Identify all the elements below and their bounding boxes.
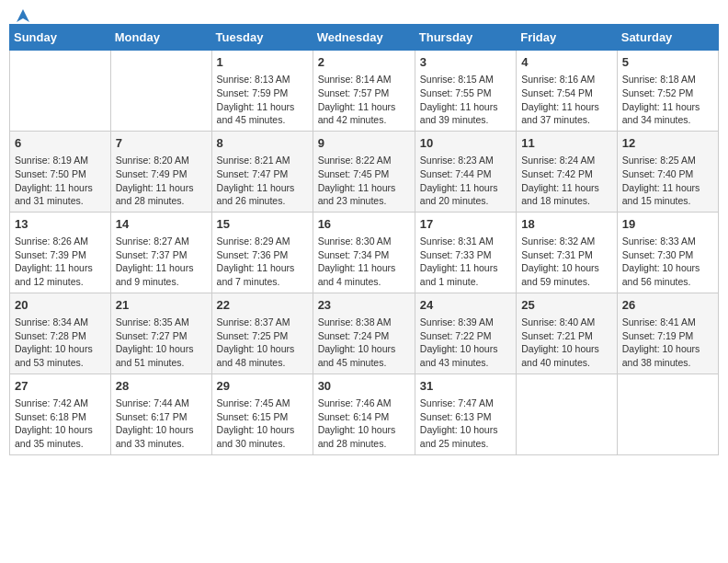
day-info: Daylight: 10 hours and 28 minutes. bbox=[318, 423, 410, 450]
calendar-cell: 7Sunrise: 8:20 AMSunset: 7:49 PMDaylight… bbox=[110, 131, 211, 212]
day-info: Sunrise: 8:38 AM bbox=[318, 316, 410, 329]
day-info: Daylight: 10 hours and 51 minutes. bbox=[116, 342, 207, 369]
calendar-week-3: 13Sunrise: 8:26 AMSunset: 7:39 PMDayligh… bbox=[10, 212, 719, 293]
day-number: 11 bbox=[521, 135, 612, 152]
day-info: Daylight: 11 hours and 34 minutes. bbox=[622, 100, 713, 127]
day-info: Sunrise: 8:26 AM bbox=[15, 235, 106, 248]
day-info: Sunrise: 8:21 AM bbox=[217, 154, 308, 167]
day-number: 12 bbox=[622, 135, 713, 152]
day-number: 5 bbox=[622, 54, 713, 71]
day-info: Daylight: 10 hours and 38 minutes. bbox=[622, 342, 713, 369]
calendar-header-monday: Monday bbox=[110, 25, 211, 51]
day-info: Sunset: 7:22 PM bbox=[420, 329, 511, 343]
day-number: 21 bbox=[116, 297, 207, 314]
day-info: Daylight: 11 hours and 39 minutes. bbox=[420, 100, 511, 127]
day-info: Sunrise: 8:19 AM bbox=[15, 154, 106, 167]
day-info: Daylight: 11 hours and 28 minutes. bbox=[116, 181, 207, 208]
day-number: 29 bbox=[217, 378, 308, 395]
day-info: Sunrise: 8:16 AM bbox=[521, 73, 612, 86]
calendar-cell: 16Sunrise: 8:30 AMSunset: 7:34 PMDayligh… bbox=[313, 212, 415, 293]
calendar-cell: 19Sunrise: 8:33 AMSunset: 7:30 PMDayligh… bbox=[617, 212, 718, 293]
day-info: Sunrise: 8:31 AM bbox=[420, 235, 511, 248]
calendar-header-thursday: Thursday bbox=[415, 25, 516, 51]
calendar-cell: 10Sunrise: 8:23 AMSunset: 7:44 PMDayligh… bbox=[415, 131, 516, 212]
day-info: Sunrise: 8:34 AM bbox=[15, 316, 106, 329]
day-info: Sunrise: 8:30 AM bbox=[318, 235, 410, 248]
calendar-cell: 12Sunrise: 8:25 AMSunset: 7:40 PMDayligh… bbox=[617, 131, 718, 212]
calendar-cell: 4Sunrise: 8:16 AMSunset: 7:54 PMDaylight… bbox=[517, 51, 618, 132]
calendar-cell bbox=[110, 51, 211, 132]
calendar-header-saturday: Saturday bbox=[617, 25, 718, 51]
day-number: 25 bbox=[521, 297, 612, 314]
page-header bbox=[9, 9, 719, 20]
day-info: Sunset: 7:42 PM bbox=[521, 167, 612, 181]
day-info: Sunrise: 8:24 AM bbox=[521, 154, 612, 167]
day-number: 1 bbox=[217, 54, 308, 71]
day-number: 15 bbox=[217, 216, 308, 233]
day-info: Daylight: 10 hours and 53 minutes. bbox=[15, 342, 106, 369]
day-number: 17 bbox=[420, 216, 511, 233]
day-number: 16 bbox=[318, 216, 410, 233]
day-info: Sunset: 7:21 PM bbox=[521, 329, 612, 343]
day-info: Sunset: 7:50 PM bbox=[15, 167, 106, 181]
day-info: Sunrise: 8:29 AM bbox=[217, 235, 308, 248]
day-info: Sunrise: 8:23 AM bbox=[420, 154, 511, 167]
day-info: Daylight: 11 hours and 18 minutes. bbox=[521, 181, 612, 208]
day-number: 30 bbox=[318, 378, 410, 395]
day-info: Sunrise: 8:41 AM bbox=[622, 316, 713, 329]
day-info: Daylight: 10 hours and 45 minutes. bbox=[318, 342, 410, 369]
day-info: Sunset: 7:27 PM bbox=[116, 329, 207, 343]
day-info: Sunrise: 8:27 AM bbox=[116, 235, 207, 248]
calendar-week-5: 27Sunrise: 7:42 AMSunset: 6:18 PMDayligh… bbox=[10, 373, 719, 454]
day-info: Daylight: 11 hours and 37 minutes. bbox=[521, 100, 612, 127]
calendar-cell: 21Sunrise: 8:35 AMSunset: 7:27 PMDayligh… bbox=[110, 293, 211, 373]
day-info: Sunset: 7:59 PM bbox=[217, 86, 308, 100]
day-info: Sunset: 7:33 PM bbox=[420, 248, 511, 262]
calendar-header-sunday: Sunday bbox=[10, 25, 111, 51]
calendar-cell bbox=[617, 373, 718, 454]
calendar-header-row: SundayMondayTuesdayWednesdayThursdayFrid… bbox=[10, 25, 719, 51]
calendar-cell: 23Sunrise: 8:38 AMSunset: 7:24 PMDayligh… bbox=[313, 293, 415, 373]
day-info: Daylight: 10 hours and 25 minutes. bbox=[420, 423, 511, 450]
day-info: Sunset: 7:19 PM bbox=[622, 329, 713, 343]
day-number: 14 bbox=[116, 216, 207, 233]
day-number: 19 bbox=[622, 216, 713, 233]
day-info: Sunset: 7:52 PM bbox=[622, 86, 713, 100]
calendar-week-4: 20Sunrise: 8:34 AMSunset: 7:28 PMDayligh… bbox=[10, 293, 719, 373]
calendar-header-friday: Friday bbox=[517, 25, 618, 51]
day-info: Sunset: 7:37 PM bbox=[116, 248, 207, 262]
calendar-cell: 15Sunrise: 8:29 AMSunset: 7:36 PMDayligh… bbox=[211, 212, 313, 293]
day-info: Sunset: 7:28 PM bbox=[15, 329, 106, 343]
day-info: Sunrise: 7:45 AM bbox=[217, 396, 308, 410]
day-info: Daylight: 10 hours and 48 minutes. bbox=[217, 342, 308, 369]
day-info: Sunset: 7:30 PM bbox=[622, 248, 713, 262]
day-info: Sunrise: 8:22 AM bbox=[318, 154, 410, 167]
calendar-cell bbox=[517, 373, 618, 454]
day-number: 27 bbox=[15, 378, 106, 395]
day-info: Sunset: 7:44 PM bbox=[420, 167, 511, 181]
day-info: Sunset: 6:13 PM bbox=[420, 410, 511, 424]
calendar-cell: 14Sunrise: 8:27 AMSunset: 7:37 PMDayligh… bbox=[110, 212, 211, 293]
calendar-cell: 30Sunrise: 7:46 AMSunset: 6:14 PMDayligh… bbox=[313, 373, 415, 454]
calendar-cell: 29Sunrise: 7:45 AMSunset: 6:15 PMDayligh… bbox=[211, 373, 313, 454]
calendar-cell: 9Sunrise: 8:22 AMSunset: 7:45 PMDaylight… bbox=[313, 131, 415, 212]
day-info: Daylight: 10 hours and 35 minutes. bbox=[15, 423, 106, 450]
day-info: Sunset: 7:36 PM bbox=[217, 248, 308, 262]
day-info: Sunset: 7:34 PM bbox=[318, 248, 410, 262]
calendar-cell: 24Sunrise: 8:39 AMSunset: 7:22 PMDayligh… bbox=[415, 293, 516, 373]
calendar-cell: 17Sunrise: 8:31 AMSunset: 7:33 PMDayligh… bbox=[415, 212, 516, 293]
logo bbox=[13, 9, 31, 20]
day-number: 3 bbox=[420, 54, 511, 71]
day-info: Sunrise: 7:44 AM bbox=[116, 396, 207, 410]
calendar-table: SundayMondayTuesdayWednesdayThursdayFrid… bbox=[9, 24, 719, 455]
svg-marker-0 bbox=[17, 9, 29, 22]
calendar-cell bbox=[10, 51, 111, 132]
day-info: Daylight: 11 hours and 23 minutes. bbox=[318, 181, 410, 208]
calendar-cell: 27Sunrise: 7:42 AMSunset: 6:18 PMDayligh… bbox=[10, 373, 111, 454]
day-info: Sunset: 7:57 PM bbox=[318, 86, 410, 100]
day-info: Sunrise: 7:46 AM bbox=[318, 396, 410, 410]
day-info: Daylight: 11 hours and 1 minute. bbox=[420, 261, 511, 288]
day-info: Sunset: 6:18 PM bbox=[15, 410, 106, 424]
calendar-cell: 13Sunrise: 8:26 AMSunset: 7:39 PMDayligh… bbox=[10, 212, 111, 293]
calendar-cell: 25Sunrise: 8:40 AMSunset: 7:21 PMDayligh… bbox=[517, 293, 618, 373]
